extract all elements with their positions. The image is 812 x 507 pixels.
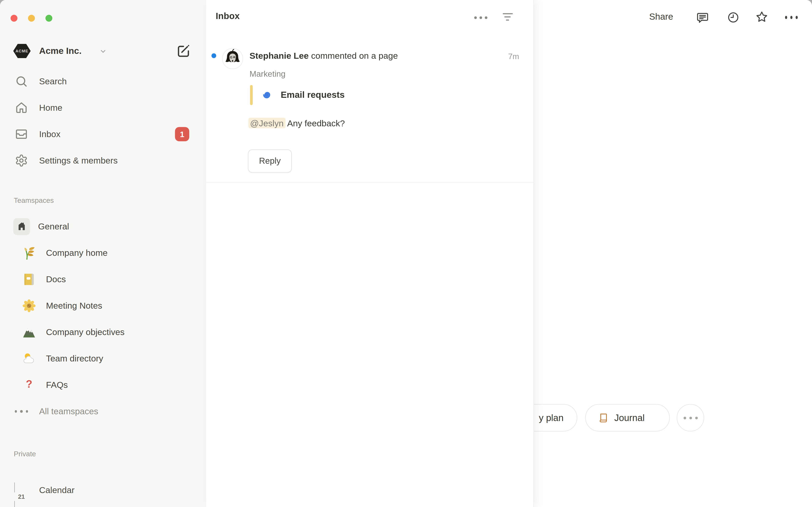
favorite-star-icon[interactable] [756,11,768,23]
sidebar-item-faqs[interactable]: ? FAQs [0,372,206,398]
sidebar-item-settings[interactable]: Settings & members [0,148,206,174]
workspace-name: Acme Inc. [39,46,82,57]
mountain-icon [22,325,37,340]
comment-text: Any feedback? [287,118,345,128]
comment-body: @Jeslyn Any feedback? [248,118,345,128]
more-pages-pill[interactable] [677,404,704,432]
sidebar: ACME Acme Inc. Search Home Inbox 1 [0,0,206,507]
share-button[interactable]: Share [649,12,673,22]
teamspace-label: Team directory [46,354,103,364]
question-mark-icon: ? [22,378,37,393]
workspace-logo: ACME [13,44,31,58]
house-icon [13,218,30,235]
teamspace-label: Company home [46,248,108,258]
workspace-switcher[interactable]: ACME Acme Inc. [6,42,154,60]
teamspace-label: Docs [46,274,66,285]
window-zoom-button[interactable] [45,15,52,22]
action-text: commented on a page [311,51,398,60]
sidebar-nav: Search Home Inbox 1 Settings & members [0,68,206,174]
sidebar-item-label: Inbox [39,129,60,139]
notification-headline: Stephanie Lee commented on a page [250,51,398,61]
journal-page-pill[interactable]: Journal [585,404,670,432]
sidebar-item-search[interactable]: Search [0,68,206,95]
teamspace-label: FAQs [46,380,68,390]
mention-chip[interactable]: @Jeslyn [248,118,285,128]
sidebar-item-meeting-notes[interactable]: Meeting Notes [0,293,206,319]
cyclone-icon [261,89,273,101]
inbox-more-icon[interactable] [472,12,489,23]
notification-time: 7m [508,52,519,61]
inbox-title: Inbox [216,11,240,22]
inbox-filter-icon[interactable] [499,13,516,23]
sidebar-item-all-teamspaces[interactable]: All teamspaces [0,398,206,425]
private-list: 21 Calendar [0,477,206,503]
ellipsis-icon [683,404,698,431]
inbox-icon [15,128,28,141]
reply-button[interactable]: Reply [248,150,292,173]
notification-item[interactable]: Stephanie Lee commented on a page 7m Mar… [206,41,534,182]
sidebar-item-label: Settings & members [39,156,117,166]
breadcrumb: Marketing [250,69,286,79]
search-icon [15,75,28,88]
quote-bar [250,85,253,105]
sidebar-item-docs[interactable]: Docs [0,266,206,293]
gear-icon [15,154,28,167]
teamspace-label: Meeting Notes [46,301,102,311]
ellipsis-icon [15,405,28,418]
chevron-down-icon [99,48,107,55]
journal-pill-label: Journal [614,412,645,424]
sidebar-item-company-home[interactable]: Company home [0,240,206,266]
inbox-unread-badge: 1 [175,127,190,141]
teamspaces-list: General Company home [0,213,206,425]
teamspace-label: All teamspaces [39,406,98,416]
sidebar-item-label: Search [39,76,67,87]
home-icon [15,101,28,114]
plan-pill-label: y plan [539,412,564,424]
teamspace-label: Company objectives [46,327,124,337]
sidebar-item-label: Home [39,103,62,113]
teamspace-label: General [38,222,69,232]
page-title-link[interactable]: Email requests [281,90,345,100]
sidebar-item-team-directory[interactable]: Team directory [0,345,206,372]
sidebar-item-company-objectives[interactable]: Company objectives [0,319,206,345]
ledger-icon [22,272,37,287]
notification-divider [206,182,534,183]
comments-icon[interactable] [696,11,709,24]
sidebar-item-inbox[interactable]: Inbox 1 [0,121,206,148]
sun-behind-cloud-icon [22,351,37,366]
calendar-icon: 21 [14,483,29,497]
history-clock-icon[interactable] [727,11,740,24]
unread-dot [211,53,216,58]
window-close-button[interactable] [11,15,17,22]
avatar [222,48,243,69]
sidebar-item-calendar[interactable]: 21 Calendar [0,477,206,503]
sidebar-item-general[interactable]: General [0,213,206,240]
more-options-icon[interactable] [785,11,798,24]
inbox-popover: Inbox Stephanie Lee commented on a page … [206,0,534,507]
sidebar-item-home[interactable]: Home [0,95,206,121]
actor-name: Stephanie Lee [250,51,309,60]
private-item-label: Calendar [39,485,74,495]
workspace-logo-text: ACME [15,49,28,53]
window-minimize-button[interactable] [28,15,35,22]
app-window: ACME Acme Inc. Search Home Inbox 1 [0,0,812,507]
new-page-icon[interactable] [176,43,191,58]
journal-icon [598,412,609,424]
sheaf-of-rice-icon [22,246,37,261]
blossom-icon [22,298,37,313]
teamspaces-section-header[interactable]: Teamspaces [14,196,54,205]
private-section-header[interactable]: Private [14,450,36,458]
